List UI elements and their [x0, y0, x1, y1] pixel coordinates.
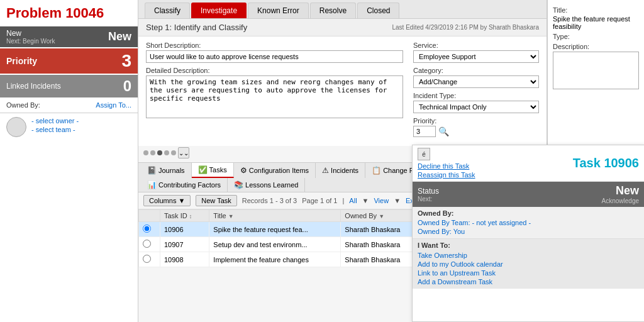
radio-input-2[interactable]	[143, 255, 151, 263]
form-right: Service: Employee Support Category: Add/…	[413, 42, 539, 141]
btab-lessons[interactable]: 📚 Lessons Learned	[228, 178, 305, 192]
take-ownership-link[interactable]: Take Ownership	[418, 251, 639, 260]
journals-icon: 📓	[147, 166, 157, 175]
col-header-taskid[interactable]: Task ID ↕	[160, 210, 209, 222]
contributing-label: Contributing Factors	[158, 181, 221, 189]
assign-link[interactable]: Assign To...	[96, 101, 131, 109]
reassign-task-link[interactable]: Reassign this Task	[418, 171, 475, 179]
radio-input-0[interactable]	[143, 225, 151, 233]
toolbar-spacer: |	[343, 197, 345, 204]
select-owner-link[interactable]: - select owner -	[31, 117, 79, 125]
service-select[interactable]: Employee Support	[413, 50, 539, 63]
avatar	[6, 117, 26, 137]
btab-incidents[interactable]: ⚠ Incidents	[316, 163, 365, 178]
right-title-value: Spike the feature request feasibility	[553, 15, 639, 30]
nav-dots	[143, 150, 176, 155]
tasks-label: Tasks	[209, 166, 227, 174]
detailed-desc-field: Detailed Description: With the growing t…	[146, 67, 403, 120]
task-owned-label: Owned By:	[418, 209, 639, 217]
short-desc-field: Short Description:	[146, 42, 403, 63]
config-icon: ⚙	[240, 166, 247, 175]
nav-expand-icon[interactable]: ⌄⌄	[178, 147, 189, 158]
row-radio-2[interactable]	[139, 252, 160, 267]
select-team-link[interactable]: - select team -	[31, 126, 79, 133]
lessons-icon: 📚	[234, 180, 243, 189]
add-outlook-link[interactable]: Add to my Outlook calendar	[418, 260, 639, 269]
btab-config[interactable]: ⚙ Configuration Items	[234, 163, 316, 178]
tab-classify[interactable]: Classify	[145, 3, 190, 18]
page-text: Page 1 of 1	[302, 197, 337, 204]
priority-value: 3	[121, 51, 131, 71]
tab-known-error[interactable]: Known Error	[248, 3, 309, 18]
task-status-value: New	[602, 184, 639, 197]
lessons-label: Lessons Learned	[245, 181, 298, 189]
left-sidebar: Problem 10046 New Next: Begin Work New P…	[0, 0, 138, 322]
step-title: Step 1: Identify and Classify	[146, 23, 247, 32]
priority-field-label: Priority:	[413, 117, 539, 125]
priority-input[interactable]	[413, 126, 436, 137]
nav-dot-3	[157, 150, 162, 155]
add-downstream-link[interactable]: Add a Downstream Task	[418, 277, 639, 286]
row-radio-0[interactable]	[139, 222, 160, 237]
new-task-label: New Task	[201, 197, 231, 204]
view-link[interactable]: View	[374, 197, 389, 204]
nav-dot-1	[143, 150, 148, 155]
problem-title: Problem 10046	[0, 0, 138, 26]
owned-by-row: Owned By: Assign To...	[0, 97, 138, 113]
tab-investigate[interactable]: Investigate	[191, 3, 247, 18]
link-upstream-link[interactable]: Link to an Upstream Task	[418, 269, 639, 277]
incident-type-label: Incident Type:	[413, 92, 539, 99]
new-task-button[interactable]: New Task	[196, 195, 236, 206]
btab-contributing[interactable]: 📊 Contributing Factors	[141, 178, 228, 192]
columns-label: Columns	[149, 197, 176, 204]
row-title-0: Spike the feature request fea...	[209, 222, 341, 237]
priority-search-icon[interactable]: 🔍	[438, 126, 449, 136]
service-label: Service:	[413, 42, 539, 49]
category-select[interactable]: Add/Change	[413, 75, 539, 88]
right-desc-label: Description:	[553, 43, 639, 50]
status-section: New Next: Begin Work New	[0, 26, 138, 47]
decline-task-link[interactable]: Decline this Task	[418, 162, 475, 170]
radio-input-1[interactable]	[143, 240, 151, 248]
i-want-section: I Want To: Take Ownership Add to my Outl…	[413, 239, 644, 289]
status-next: Next: Begin Work	[6, 38, 55, 45]
col-header-radio	[139, 210, 160, 222]
columns-button[interactable]: Columns ▼	[143, 195, 191, 206]
right-type-label: Type:	[553, 33, 639, 40]
col-header-title[interactable]: Title ▼	[209, 210, 341, 222]
task-panel-links: Decline this Task Reassign this Task	[418, 162, 475, 179]
row-taskid-0: 10906	[160, 222, 209, 237]
nav-dot-2	[150, 150, 155, 155]
incidents-label: Incidents	[331, 167, 358, 174]
btab-tasks[interactable]: ✅ Tasks	[192, 163, 234, 178]
all-link[interactable]: All	[349, 197, 357, 204]
right-desc-textarea[interactable]	[553, 52, 639, 89]
last-edited: Last Edited 4/29/2019 2:16 PM by Sharath…	[392, 24, 540, 31]
owned-by-label: Owned By:	[6, 101, 40, 109]
incident-type-field: Incident Type: Technical Impact Only	[413, 92, 539, 113]
detailed-desc-input[interactable]: With the growing team sizes and new reor…	[146, 75, 403, 118]
service-field: Service: Employee Support	[413, 42, 539, 63]
task-panel-icon: é	[418, 148, 430, 160]
row-radio-1[interactable]	[139, 237, 160, 252]
task-status-row: Status Next: New Acknowledge	[413, 182, 644, 207]
tab-closed[interactable]: Closed	[357, 3, 399, 18]
nav-dot-4	[164, 150, 169, 155]
linked-incidents-value: 0	[123, 77, 131, 95]
row-title-1: Setup dev and test environm...	[209, 237, 341, 252]
row-title-2: Implement the feature changes	[209, 252, 341, 267]
toolbar-chevron-view: ▼	[394, 197, 401, 204]
short-desc-input[interactable]	[146, 50, 403, 63]
task-acknowledge[interactable]: Acknowledge	[602, 197, 639, 204]
step-header: Step 1: Identify and Classify Last Edite…	[138, 19, 547, 36]
incidents-icon: ⚠	[322, 166, 329, 175]
task-panel-title: Task 10906	[573, 156, 639, 170]
task-owned-you-link[interactable]: Owned By: You	[418, 228, 465, 235]
task-owned-team-link[interactable]: Owned By Team: - not yet assigned -	[418, 219, 531, 226]
incident-type-select[interactable]: Technical Impact Only	[413, 101, 539, 113]
btab-journals[interactable]: 📓 Journals	[141, 163, 192, 178]
sort-icon-taskid: ↕	[189, 213, 192, 219]
tasks-icon: ✅	[198, 165, 208, 174]
tab-resolve[interactable]: Resolve	[310, 3, 356, 18]
row-taskid-2: 10908	[160, 252, 209, 267]
